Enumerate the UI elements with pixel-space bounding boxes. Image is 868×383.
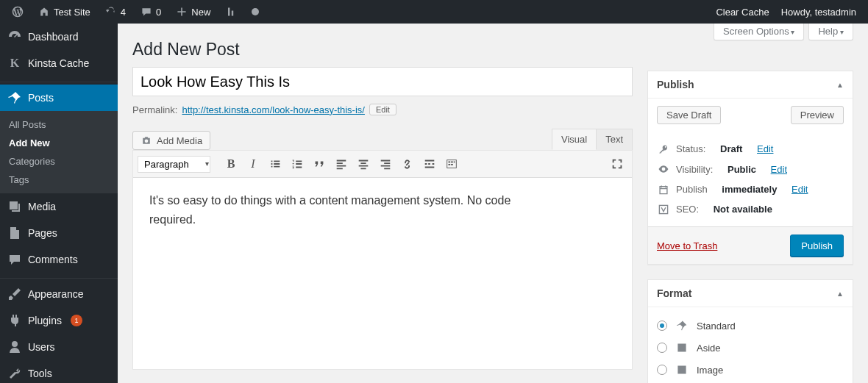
fullscreen-button[interactable] <box>607 154 627 174</box>
menu-label: Plugins <box>28 315 62 326</box>
align-right-button[interactable] <box>375 154 396 174</box>
admin-sidebar: Dashboard KKinsta Cache Posts All Posts … <box>0 24 118 383</box>
comments-icon <box>7 252 22 267</box>
new-label: New <box>191 7 210 18</box>
menu-comments[interactable]: Comments <box>0 246 118 273</box>
menu-plugins[interactable]: Plugins1 <box>0 307 118 334</box>
plugins-badge: 1 <box>71 315 82 326</box>
pin-icon <box>675 318 689 333</box>
move-to-trash-link[interactable]: Move to Trash <box>657 240 717 251</box>
updates-count: 4 <box>121 7 126 18</box>
submenu-categories[interactable]: Categories <box>0 152 118 171</box>
tab-visual[interactable]: Visual <box>552 129 597 150</box>
menu-users[interactable]: Users <box>0 334 118 360</box>
editor-content[interactable]: It's so easy to do things with a content… <box>133 178 632 369</box>
tab-text[interactable]: Text <box>596 129 633 150</box>
account-link[interactable]: Howdy, testadmin <box>781 0 856 24</box>
seo-value: Not available <box>714 204 772 215</box>
publish-box: Publish▲ Save Draft Preview Status: Draf… <box>647 71 853 265</box>
menu-tools[interactable]: Tools <box>0 360 118 383</box>
toggle-icon[interactable]: ▲ <box>836 81 844 89</box>
home-icon <box>38 6 50 18</box>
submenu-all-posts[interactable]: All Posts <box>0 115 118 134</box>
status-dot-item[interactable] <box>246 0 265 24</box>
menu-label: Media <box>28 201 56 212</box>
key-icon <box>657 144 670 154</box>
seo-icon-item[interactable] <box>219 0 243 24</box>
visibility-label: Visibility: <box>676 164 713 175</box>
comments-link[interactable]: 0 <box>135 0 167 24</box>
add-media-label: Add Media <box>157 135 202 146</box>
comments-count: 0 <box>156 7 161 18</box>
status-label: Status: <box>676 143 705 154</box>
bold-button[interactable]: B <box>221 154 241 174</box>
menu-dashboard[interactable]: Dashboard <box>0 24 118 50</box>
radio-icon <box>657 365 667 375</box>
format-standard[interactable]: Standard <box>657 315 844 337</box>
visibility-value: Public <box>728 164 756 175</box>
preview-button[interactable]: Preview <box>791 106 844 124</box>
format-aside[interactable]: Aside <box>657 337 844 359</box>
menu-appearance[interactable]: Appearance <box>0 281 118 307</box>
plug-icon <box>7 313 22 328</box>
menu-label: Pages <box>28 227 57 239</box>
menu-kinsta-cache[interactable]: KKinsta Cache <box>0 50 118 76</box>
screen-options-button[interactable]: Screen Options <box>714 24 804 40</box>
updates-link[interactable]: 4 <box>99 0 132 24</box>
link-button[interactable] <box>397 154 418 174</box>
radio-checked-icon <box>657 321 667 331</box>
page-icon <box>7 226 22 240</box>
toggle-icon[interactable]: ▲ <box>836 290 844 298</box>
edit-status-link[interactable]: Edit <box>757 143 773 154</box>
seo-meta-icon <box>657 204 670 215</box>
edit-permalink-button[interactable]: Edit <box>369 104 396 115</box>
publish-button[interactable]: Publish <box>790 235 844 257</box>
permalink-url[interactable]: http://test.kinsta.com/look-how-easy-thi… <box>182 104 365 115</box>
format-image[interactable]: Image <box>657 359 844 381</box>
brush-icon <box>7 287 22 301</box>
wrench-icon <box>7 366 22 381</box>
format-label: Aside <box>697 343 721 354</box>
edit-visibility-link[interactable]: Edit <box>771 164 787 175</box>
clear-cache-link[interactable]: Clear Cache <box>716 0 769 24</box>
format-title: Format <box>657 287 691 299</box>
blockquote-button[interactable] <box>309 154 330 174</box>
save-draft-button[interactable]: Save Draft <box>657 106 721 124</box>
toolbar-toggle-button[interactable] <box>441 154 462 174</box>
submenu-tags[interactable]: Tags <box>0 171 118 189</box>
submenu-add-new[interactable]: Add New <box>0 134 118 152</box>
site-name: Test Site <box>54 7 90 18</box>
schedule-value: immediately <box>722 184 777 195</box>
align-left-button[interactable] <box>331 154 352 174</box>
edit-schedule-link[interactable]: Edit <box>791 184 808 195</box>
plus-icon <box>176 6 188 18</box>
post-title-input[interactable] <box>132 67 633 96</box>
wp-logo[interactable] <box>6 0 29 24</box>
aside-icon <box>675 340 689 355</box>
refresh-icon <box>105 6 117 18</box>
italic-button[interactable]: I <box>243 154 263 174</box>
site-name-link[interactable]: Test Site <box>32 0 96 24</box>
menu-posts[interactable]: Posts <box>0 85 118 111</box>
menu-label: Users <box>28 341 55 353</box>
publish-title: Publish <box>657 79 694 90</box>
new-content-link[interactable]: New <box>170 0 216 24</box>
dashboard-icon <box>7 29 22 44</box>
seo-icon <box>225 6 237 18</box>
radio-icon <box>657 343 667 353</box>
menu-media[interactable]: Media <box>0 193 118 220</box>
align-center-button[interactable] <box>353 154 374 174</box>
readmore-button[interactable] <box>419 154 440 174</box>
schedule-label: Publish <box>676 184 708 195</box>
format-label: Standard <box>697 321 736 332</box>
admin-bar: Test Site 4 0 New Clear Cache Howdy, tes… <box>0 0 868 24</box>
permalink-row: Permalink: http://test.kinsta.com/look-h… <box>132 104 633 115</box>
bullet-list-button[interactable] <box>265 154 285 174</box>
add-media-button[interactable]: Add Media <box>132 131 210 150</box>
format-select[interactable]: Paragraph <box>138 156 210 173</box>
editor: Paragraph B I It's so easy to do things … <box>132 150 633 370</box>
help-button[interactable]: Help <box>808 24 853 40</box>
menu-pages[interactable]: Pages <box>0 220 118 246</box>
calendar-icon <box>657 185 670 195</box>
numbered-list-button[interactable] <box>287 154 307 174</box>
